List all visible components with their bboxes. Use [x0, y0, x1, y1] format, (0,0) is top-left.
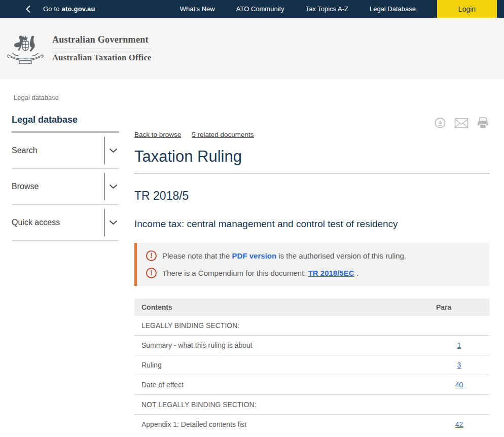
- contents-column-header: Contents: [134, 299, 436, 316]
- notice-pre: There is a Compendium for this document:: [162, 269, 308, 277]
- contents-table: Contents Para LEGALLY BINDING SECTION: S…: [134, 299, 489, 434]
- alert-icon: !: [146, 268, 157, 278]
- ruling-id: TR 2018/5: [134, 189, 489, 203]
- sidebar-item-divider: [104, 209, 105, 236]
- notice-pre: Please note that the: [162, 251, 232, 260]
- page-title: Taxation Ruling: [134, 148, 489, 173]
- contents-row-label: Ruling: [134, 355, 436, 375]
- contents-header-row: Contents Para: [134, 299, 489, 316]
- table-row: LEGALLY BINDING SECTION:: [134, 316, 489, 336]
- para-link[interactable]: 1: [457, 341, 461, 349]
- para-cell: 42: [436, 415, 489, 434]
- table-row: Ruling 3: [134, 355, 489, 375]
- top-nav-bar: Go to ato.gov.au What's New ATO Communit…: [0, 0, 504, 18]
- email-icon[interactable]: [454, 118, 469, 129]
- nav-tax-topics[interactable]: Tax Topics A-Z: [306, 5, 348, 13]
- nav-ato-community[interactable]: ATO Community: [236, 5, 284, 13]
- goto-prefix: Go to: [43, 5, 62, 13]
- contents-row-label: Date of effect: [134, 375, 436, 395]
- notice-post: .: [354, 269, 358, 277]
- contents-row-label: Appendix 1: Detailed contents list: [134, 415, 436, 434]
- chevron-down-icon[interactable]: [109, 148, 118, 153]
- sidebar-item-quick-access[interactable]: Quick access: [12, 205, 119, 241]
- para-cell: [436, 316, 489, 336]
- notice-panel: ! Please note that the PDF version is th…: [134, 243, 489, 286]
- contents-row-label: LEGALLY BINDING SECTION:: [134, 316, 436, 336]
- compendium-link[interactable]: TR 2018/5EC: [308, 269, 354, 277]
- para-cell: 40: [436, 375, 489, 395]
- contents-row-label: Summary - what this ruling is about: [134, 336, 436, 355]
- compendium-notice: ! There is a Compendium for this documen…: [146, 268, 480, 278]
- para-link[interactable]: 40: [455, 381, 463, 389]
- sidebar-item-label: Browse: [12, 182, 39, 191]
- chevron-down-icon[interactable]: [109, 220, 118, 225]
- sidebar-item-label: Quick access: [12, 218, 60, 227]
- goto-ato-link[interactable]: Go to ato.gov.au: [43, 5, 95, 13]
- chevron-down-icon[interactable]: [109, 184, 118, 189]
- nav-whats-new[interactable]: What's New: [180, 5, 215, 13]
- compendium-notice-text: There is a Compendium for this document:…: [162, 269, 358, 277]
- page-body: Legal database: [0, 94, 504, 434]
- para-link[interactable]: 42: [455, 420, 463, 428]
- para-link[interactable]: 3: [457, 361, 461, 369]
- table-row: Date of effect 40: [134, 375, 489, 395]
- masthead: Australian Government Australian Taxatio…: [0, 18, 504, 79]
- sidebar: Legal database Search Browse Quick acces…: [12, 111, 119, 434]
- download-icon[interactable]: [434, 117, 446, 129]
- sidebar-item-divider: [104, 137, 105, 164]
- sidebar-item-browse[interactable]: Browse: [12, 169, 119, 205]
- alert-icon: !: [146, 250, 157, 261]
- sidebar-title: Legal database: [12, 115, 119, 125]
- nav-legal-database[interactable]: Legal Database: [370, 5, 416, 13]
- masthead-government: Australian Government: [52, 34, 152, 49]
- table-row: Summary - what this ruling is about 1: [134, 336, 489, 355]
- table-row: NOT LEGALLY BINDING SECTION:: [134, 395, 489, 415]
- document-toolbar: [426, 117, 489, 129]
- document-links: Back to browse5 related documents: [134, 131, 489, 138]
- para-cell: 1: [436, 336, 489, 355]
- para-cell: 3: [436, 355, 489, 375]
- login-button[interactable]: Login: [437, 0, 497, 18]
- sidebar-item-label: Search: [12, 146, 38, 155]
- top-nav-links: What's New ATO Community Tax Topics A-Z …: [180, 0, 504, 18]
- pdf-notice: ! Please note that the PDF version is th…: [146, 250, 480, 261]
- contents-row-label: NOT LEGALLY BINDING SECTION:: [134, 395, 436, 415]
- masthead-agency: Australian Taxation Office: [52, 53, 152, 63]
- ruling-subtitle: Income tax: central management and contr…: [134, 218, 489, 230]
- back-chevron-icon[interactable]: [25, 5, 31, 13]
- para-cell: [436, 395, 489, 415]
- pdf-notice-text: Please note that the PDF version is the …: [162, 251, 406, 260]
- table-row: Appendix 1: Detailed contents list 42: [134, 415, 489, 434]
- back-to-browse-link[interactable]: Back to browse: [134, 131, 181, 138]
- masthead-text: Australian Government Australian Taxatio…: [52, 34, 152, 63]
- coat-of-arms: [5, 31, 46, 66]
- sidebar-item-search[interactable]: Search: [12, 133, 119, 169]
- para-column-header: Para: [436, 299, 489, 316]
- sidebar-item-divider: [104, 173, 105, 200]
- pdf-version-link[interactable]: PDF version: [232, 251, 277, 260]
- print-icon[interactable]: [477, 117, 489, 129]
- related-documents-link[interactable]: 5 related documents: [192, 131, 254, 138]
- goto-domain: ato.gov.au: [62, 5, 95, 13]
- columns: Legal database Search Browse Quick acces…: [0, 111, 504, 434]
- notice-post: is the authorised version of this ruling…: [276, 251, 406, 260]
- breadcrumb: Legal database: [14, 94, 504, 101]
- document-content: Back to browse5 related documents Taxati…: [134, 111, 489, 434]
